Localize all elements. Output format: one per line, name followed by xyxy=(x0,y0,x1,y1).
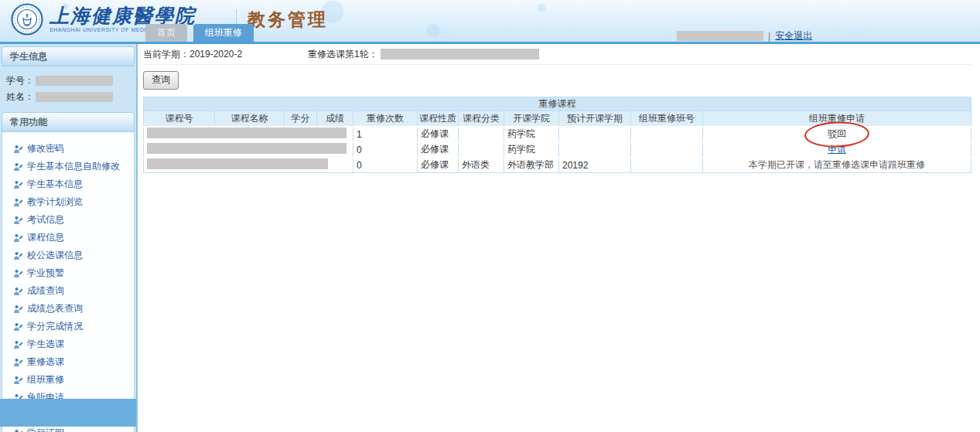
sidebar-item-exam-info[interactable]: 考试信息 xyxy=(7,211,129,229)
person-edit-icon xyxy=(13,340,23,349)
system-title: 教务管理 xyxy=(248,8,328,32)
col-grade: 成绩 xyxy=(317,111,353,127)
cell-application-action: 申请 xyxy=(703,142,971,158)
cell-course-category xyxy=(459,142,504,158)
main-content: 当前学期： 2019-2020-2 重修选课第1轮： 查询 重修课程 课程号 xyxy=(138,44,980,432)
sidebar: 学生信息 学号： 姓名： 常用功能 修改密码 学生基本信息自助修改 学生基本信息… xyxy=(0,44,138,432)
cell-course-nature: 必修课 xyxy=(418,127,459,142)
student-id-row: 学号： xyxy=(6,74,130,87)
person-edit-icon xyxy=(13,358,23,367)
cell-retake-count: 1 xyxy=(353,127,418,142)
cell-retake-class-no xyxy=(631,142,703,158)
col-course-category: 课程分类 xyxy=(459,111,504,127)
table-row: 1 必修课 药学院 驳回 xyxy=(144,127,971,142)
cell-application-note: 本学期已开课，请至重修选课申请跟班重修 xyxy=(703,158,971,173)
col-retake-application: 组班重修申请 xyxy=(703,111,971,127)
sidebar-functions-header: 常用功能 xyxy=(2,112,135,132)
cell-retake-class-no xyxy=(631,127,703,142)
university-logo-icon xyxy=(11,3,43,36)
sidebar-item-grade-query[interactable]: 成绩查询 xyxy=(7,282,129,300)
person-edit-icon xyxy=(13,376,23,385)
cell-college: 外语教学部 xyxy=(504,158,559,173)
sidebar-item-self-edit-info[interactable]: 学生基本信息自助修改 xyxy=(7,158,129,175)
cell-retake-count: 0 xyxy=(353,142,418,158)
col-course-name: 课程名称 xyxy=(215,111,285,127)
col-college: 开课学院 xyxy=(504,111,559,127)
table-row: 0 必修课 外语类 外语教学部 20192 本学期已开课，请至重修选课申请跟班重… xyxy=(144,158,971,173)
person-edit-icon xyxy=(13,269,23,278)
sidebar-item-public-elective[interactable]: 校公选课信息 xyxy=(7,247,129,264)
query-button[interactable]: 查询 xyxy=(143,71,179,90)
cell-college: 药学院 xyxy=(504,127,559,142)
sidebar-item-course-info[interactable]: 课程信息 xyxy=(7,229,129,247)
tab-group-retake[interactable]: 组班重修 xyxy=(193,24,254,42)
student-name-row: 姓名： xyxy=(6,90,130,104)
sidebar-item-retake-selection[interactable]: 重修选课 xyxy=(7,353,129,371)
person-edit-icon xyxy=(13,322,23,332)
cell-retake-class-no xyxy=(631,158,703,173)
app-header: 上海健康醫學院 SHANGHAI UNIVERSITY OF MEDICINE … xyxy=(0,0,980,44)
course-info-redacted xyxy=(147,143,347,154)
student-id-label: 学号： xyxy=(6,74,34,87)
col-course-no: 课程号 xyxy=(144,111,215,127)
sidebar-item-change-password[interactable]: 修改密码 xyxy=(7,140,129,158)
page: 上海健康醫學院 SHANGHAI UNIVERSITY OF MEDICINE … xyxy=(0,0,980,432)
student-id-redacted xyxy=(36,76,113,86)
table-title-row: 重修课程 xyxy=(144,97,971,111)
cell-retake-count: 0 xyxy=(353,158,418,173)
person-edit-icon xyxy=(13,145,23,154)
course-info-redacted xyxy=(147,158,328,169)
person-edit-icon xyxy=(13,287,23,296)
student-name-redacted xyxy=(36,92,113,102)
sidebar-item-teaching-plan[interactable]: 教学计划浏览 xyxy=(7,193,129,211)
current-semester-label: 当前学期： xyxy=(143,48,190,61)
sidebar-menu: 修改密码 学生基本信息自助修改 学生基本信息 教学计划浏览 考试信息 课程信息 … xyxy=(2,132,135,432)
username-redacted xyxy=(677,31,763,41)
sidebar-student-info-header: 学生信息 xyxy=(2,46,135,66)
cell-course-redacted xyxy=(144,127,353,142)
person-edit-icon xyxy=(13,198,23,207)
content: 学生信息 学号： 姓名： 常用功能 修改密码 学生基本信息自助修改 学生基本信息… xyxy=(0,44,980,432)
sidebar-item-course-selection[interactable]: 学生选课 xyxy=(7,335,129,353)
sidebar-item-credit-completion[interactable]: 学分完成情况 xyxy=(7,318,129,335)
logout-link[interactable]: 安全退出 xyxy=(775,29,812,43)
cell-course-category xyxy=(459,127,504,142)
person-edit-icon xyxy=(13,233,23,243)
person-edit-icon xyxy=(13,429,23,432)
cell-college: 药学院 xyxy=(504,142,559,158)
table-title: 重修课程 xyxy=(144,97,971,111)
cell-application-status: 驳回 xyxy=(703,127,971,142)
sidebar-item-basic-info[interactable]: 学生基本信息 xyxy=(7,175,129,193)
col-course-nature: 课程性质 xyxy=(418,111,459,127)
student-name-label: 姓名： xyxy=(6,90,34,104)
sidebar-item-academic-warning[interactable]: 学业预警 xyxy=(7,264,129,282)
table-header-row: 课程号 课程名称 学分 成绩 重修次数 课程性质 课程分类 开课学院 预计开课学… xyxy=(144,111,971,127)
cell-course-nature: 必修课 xyxy=(418,158,459,173)
person-edit-icon xyxy=(13,216,23,225)
cell-expected-semester: 20192 xyxy=(559,158,631,173)
already-started-note: 本学期已开课，请至重修选课申请跟班重修 xyxy=(749,159,925,170)
rejected-status[interactable]: 驳回 xyxy=(828,128,846,139)
cell-course-nature: 必修课 xyxy=(418,142,459,158)
sidebar-footer xyxy=(0,399,136,427)
person-edit-icon xyxy=(13,251,23,260)
col-retake-count: 重修次数 xyxy=(353,111,418,127)
cell-course-category: 外语类 xyxy=(459,158,504,173)
apply-link[interactable]: 申请 xyxy=(828,144,846,155)
col-credits: 学分 xyxy=(285,111,317,127)
col-retake-class-no: 组班重修班号 xyxy=(631,111,703,127)
table-row: 0 必修课 药学院 申请 xyxy=(144,142,971,158)
person-edit-icon xyxy=(13,304,23,314)
retake-round-label: 重修选课第1轮： xyxy=(308,48,378,61)
sidebar-item-group-retake[interactable]: 组班重修 xyxy=(7,371,129,389)
student-info-panel: 学号： 姓名： xyxy=(0,66,136,110)
person-edit-icon xyxy=(13,162,23,172)
retake-courses-table: 重修课程 课程号 课程名称 学分 成绩 重修次数 课程性质 课程分类 开课学院 … xyxy=(143,97,971,173)
course-info-redacted xyxy=(147,128,347,138)
semester-info-bar: 当前学期： 2019-2020-2 重修选课第1轮： xyxy=(143,44,971,65)
cell-expected-semester xyxy=(559,127,631,142)
sidebar-item-grade-summary[interactable]: 成绩总表查询 xyxy=(7,300,129,318)
current-semester-value: 2019-2020-2 xyxy=(190,49,242,60)
nav-tabs: 首页 组班重修 xyxy=(145,24,254,42)
tab-home[interactable]: 首页 xyxy=(145,24,187,42)
